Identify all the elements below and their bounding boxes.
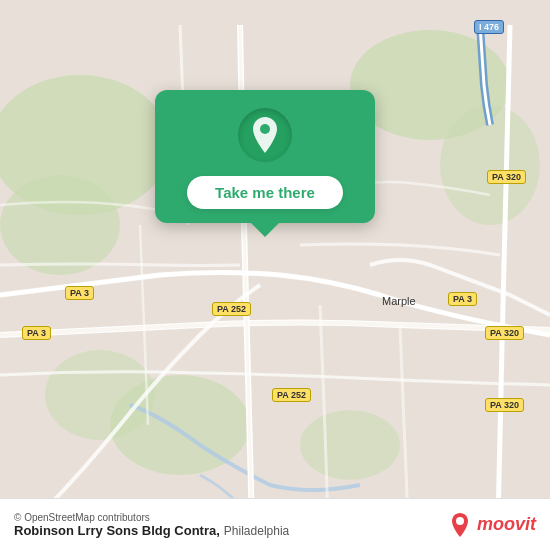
route-label-pa320-bottom: PA 320: [485, 398, 524, 412]
take-me-there-button[interactable]: Take me there: [187, 176, 343, 209]
map-container: PA 252 PA 252 PA 252 PA 3 PA 3 PA 3 PA 3…: [0, 0, 550, 550]
bottom-info: © OpenStreetMap contributors Robinson Lr…: [14, 512, 289, 538]
osm-attribution: © OpenStreetMap contributors: [14, 512, 289, 523]
route-label-pa320-top: PA 320: [487, 170, 526, 184]
route-label-i476: I 476: [474, 20, 504, 34]
moovit-brand-text: moovit: [477, 514, 536, 535]
bottom-bar: © OpenStreetMap contributors Robinson Lr…: [0, 498, 550, 550]
route-label-pa252-bottom: PA 252: [272, 388, 311, 402]
route-label-pa320-mid: PA 320: [485, 326, 524, 340]
moovit-logo: moovit: [446, 511, 536, 539]
svg-point-9: [456, 517, 464, 525]
location-city: Philadelphia: [224, 524, 289, 538]
svg-point-8: [260, 124, 270, 134]
svg-point-2: [0, 175, 120, 275]
moovit-pin-icon: [446, 511, 474, 539]
route-label-pa252-mid: PA 252: [212, 302, 251, 316]
location-icon-wrapper: [238, 108, 292, 162]
location-name: Robinson Lrry Sons Bldg Contra,: [14, 523, 220, 538]
location-pin-icon: [250, 117, 280, 153]
place-label-marple: Marple: [382, 295, 416, 307]
svg-point-7: [300, 410, 400, 480]
svg-point-6: [45, 350, 155, 440]
route-label-pa3-left: PA 3: [65, 286, 94, 300]
popup-card: Take me there: [155, 90, 375, 223]
route-label-pa3-right: PA 3: [448, 292, 477, 306]
map-svg: [0, 0, 550, 550]
route-label-pa3-left2: PA 3: [22, 326, 51, 340]
